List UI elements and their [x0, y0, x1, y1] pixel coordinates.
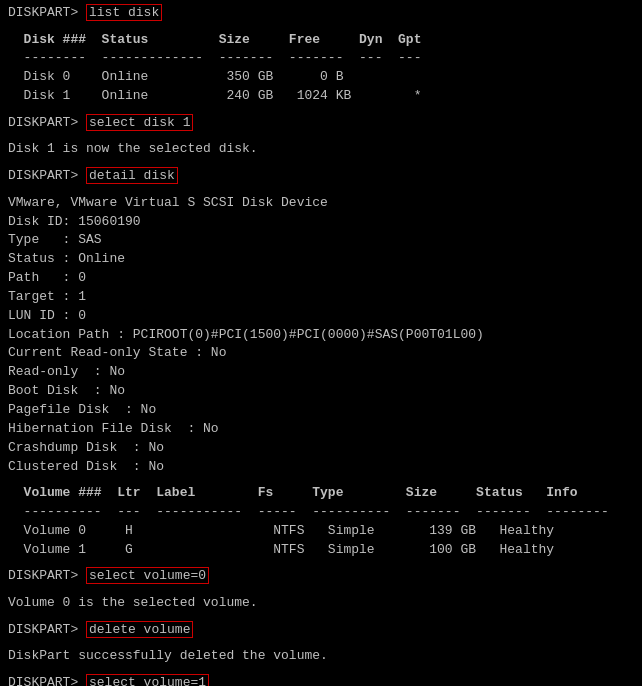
terminal-line: Disk ### Status Size Free Dyn Gpt	[8, 31, 634, 50]
command-text: list disk	[86, 4, 162, 21]
command-text: detail disk	[86, 167, 178, 184]
terminal-line: Pagefile Disk : No	[8, 401, 634, 420]
table-header: Disk ### Status Size Free Dyn Gpt	[8, 32, 421, 47]
command-text: delete volume	[86, 621, 193, 638]
terminal-line: DISKPART> detail disk	[8, 167, 634, 186]
terminal-line: -------- ------------- ------- ------- -…	[8, 49, 634, 68]
prompt-text: DISKPART>	[8, 622, 86, 637]
terminal-line: Disk 1 is now the selected disk.	[8, 140, 634, 159]
terminal-line: DISKPART> select volume=0	[8, 567, 634, 586]
terminal-line: ---------- --- ----------- ----- -------…	[8, 503, 634, 522]
terminal-line	[8, 639, 634, 647]
terminal-line	[8, 133, 634, 141]
terminal-line: DISKPART> select disk 1	[8, 114, 634, 133]
terminal-line: Location Path : PCIROOT(0)#PCI(1500)#PCI…	[8, 326, 634, 345]
terminal-line	[8, 666, 634, 674]
table-header: Volume ### Ltr Label Fs Type Size Status…	[8, 485, 578, 500]
prompt-text: DISKPART>	[8, 115, 86, 130]
terminal-line	[8, 586, 634, 594]
terminal-line: Target : 1	[8, 288, 634, 307]
terminal-line	[8, 560, 634, 568]
terminal-line: Type : SAS	[8, 231, 634, 250]
terminal-line: Volume 0 H NTFS Simple 139 GB Healthy	[8, 522, 634, 541]
terminal-line: Status : Online	[8, 250, 634, 269]
terminal-window: DISKPART> list disk Disk ### Status Size…	[8, 4, 634, 686]
command-text: select volume=0	[86, 567, 209, 584]
prompt-text: DISKPART>	[8, 568, 86, 583]
terminal-line: DISKPART> select volume=1	[8, 674, 634, 686]
terminal-line: Volume 0 is the selected volume.	[8, 594, 634, 613]
command-text: select disk 1	[86, 114, 193, 131]
terminal-line: Clustered Disk : No	[8, 458, 634, 477]
terminal-line	[8, 186, 634, 194]
terminal-line: DiskPart successfully deleted the volume…	[8, 647, 634, 666]
terminal-line: Read-only : No	[8, 363, 634, 382]
terminal-line: Crashdump Disk : No	[8, 439, 634, 458]
terminal-line: Boot Disk : No	[8, 382, 634, 401]
terminal-line	[8, 159, 634, 167]
terminal-line: Disk ID: 15060190	[8, 213, 634, 232]
prompt-text: DISKPART>	[8, 168, 86, 183]
terminal-line: Hibernation File Disk : No	[8, 420, 634, 439]
terminal-line: Disk 1 Online 240 GB 1024 KB *	[8, 87, 634, 106]
command-text: select volume=1	[86, 674, 209, 686]
terminal-line	[8, 23, 634, 31]
terminal-line	[8, 106, 634, 114]
terminal-line	[8, 476, 634, 484]
prompt-text: DISKPART>	[8, 675, 86, 686]
terminal-line: Current Read-only State : No	[8, 344, 634, 363]
prompt-text: DISKPART>	[8, 5, 86, 20]
terminal-line: DISKPART> list disk	[8, 4, 634, 23]
terminal-line: DISKPART> delete volume	[8, 621, 634, 640]
terminal-line: Volume ### Ltr Label Fs Type Size Status…	[8, 484, 634, 503]
terminal-line: VMware, VMware Virtual S SCSI Disk Devic…	[8, 194, 634, 213]
terminal-line: Disk 0 Online 350 GB 0 B	[8, 68, 634, 87]
terminal-line: Volume 1 G NTFS Simple 100 GB Healthy	[8, 541, 634, 560]
terminal-line	[8, 613, 634, 621]
terminal-line: Path : 0	[8, 269, 634, 288]
terminal-line: LUN ID : 0	[8, 307, 634, 326]
